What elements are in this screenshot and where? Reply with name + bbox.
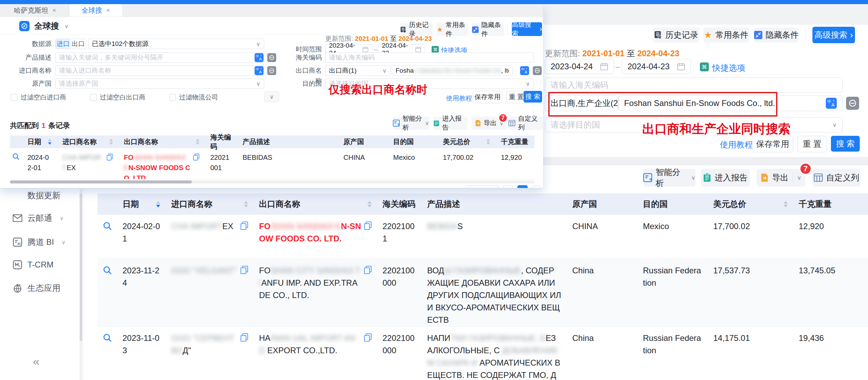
enter-report-button[interactable]: 进入报告 — [433, 117, 468, 130]
sort-icon[interactable] — [156, 201, 160, 207]
tutorial-link[interactable]: 使用教程 — [446, 94, 472, 103]
sort-icon[interactable] — [486, 139, 490, 145]
sort-icon[interactable] — [784, 201, 788, 207]
search-button[interactable]: 搜 索 — [831, 136, 860, 152]
checkbox[interactable] — [169, 94, 176, 101]
tab-kazakhstan[interactable]: 哈萨克斯坦 × — [1, 4, 69, 16]
copy-icon[interactable] — [241, 333, 248, 357]
custom-columns-button[interactable]: 自定义列 — [812, 169, 860, 187]
smart-analysis-button[interactable]: BI 智能分析 ∨ — [643, 169, 695, 187]
hs-code-input[interactable]: 请输入海关编码 — [545, 78, 843, 93]
close-icon[interactable]: × — [106, 7, 110, 14]
header-usd-total[interactable]: 美元总价 — [437, 137, 495, 146]
sidebar-item-cloud-mail[interactable]: 云邮通 ∨ — [0, 211, 79, 226]
translate-icon[interactable]: 中A — [255, 53, 263, 62]
copy-icon[interactable] — [241, 266, 248, 277]
sidebar-item-data-update[interactable]: 数据更新 — [0, 188, 79, 203]
source-select[interactable]: 已选中102个数据源 ∨ — [88, 39, 264, 49]
copy-icon[interactable] — [107, 154, 113, 173]
sort-icon[interactable] — [109, 139, 113, 145]
tab-global-search[interactable]: 全球搜 × — [69, 4, 122, 16]
pagination-next-clipped[interactable] — [532, 185, 540, 188]
smart-analysis-button[interactable]: BI 智能分析 ∨ — [393, 117, 429, 130]
exporter-name-input[interactable]: Foshan Sanshui En-Snow Foods Co., ltd. 中… — [618, 95, 843, 111]
translate-icon[interactable]: 中A — [255, 66, 263, 75]
checkbox[interactable] — [90, 94, 97, 101]
magnifier-icon[interactable] — [103, 222, 112, 259]
chevron-down-icon[interactable]: ∨ — [797, 174, 801, 181]
search-button[interactable]: 搜 索 — [524, 91, 542, 103]
magnifier-icon[interactable] — [103, 266, 112, 326]
fuzzy-match-toggle[interactable] — [267, 66, 276, 75]
frequent-conditions-button[interactable]: ★ 常用条件 — [437, 23, 468, 36]
magnifier-icon[interactable] — [12, 153, 20, 179]
filter-logistics[interactable]: 过滤物流公司 — [169, 93, 218, 102]
horizontal-scrollbar-thumb[interactable] — [10, 180, 192, 183]
product-cell: ВОДЫ ГАЗИРОВАННЫЕ, СОДЕРЖАЩИЕ ДОБАВКИ СА… — [422, 259, 567, 326]
checkbox[interactable] — [11, 94, 17, 101]
sidebar-item-tendata-bi[interactable]: BI 腾道 BI ∨ — [0, 235, 79, 250]
pagination-size-select-clipped[interactable] — [467, 185, 499, 188]
export-button[interactable]: 导出 ∨ — [756, 169, 805, 187]
header-usd-total[interactable]: 美元总价 — [708, 199, 793, 210]
exporter-type-select[interactable]: 出口商(1) ∨ — [325, 66, 390, 76]
custom-columns-button[interactable]: 自定义列 — [508, 117, 543, 130]
importer-input[interactable]: 请输入进口商名称 — [55, 66, 264, 76]
tutorial-link[interactable]: 使用教程 — [720, 139, 753, 150]
header-exporter[interactable]: 出口商名称 — [118, 137, 205, 146]
enter-report-button[interactable]: 进入报告 — [701, 169, 750, 187]
chevron-down-icon[interactable]: ∨ — [64, 23, 69, 29]
export-toggle[interactable]: 出口 — [71, 39, 86, 49]
header-date[interactable]: 日期 — [117, 199, 166, 210]
date-from-input[interactable]: 2023-04-24 — [545, 59, 614, 74]
advanced-search-button[interactable]: 高级搜索› — [512, 22, 542, 36]
header-importer[interactable]: 进口商名称 — [166, 199, 254, 210]
pagination-prev-clipped[interactable] — [503, 185, 513, 188]
copy-icon[interactable] — [364, 266, 372, 301]
translate-icon[interactable]: 中A — [826, 98, 837, 109]
sidebar-item-eco-apps[interactable]: 生态应用 — [0, 281, 79, 296]
origin-select[interactable]: 请选择原产国 ∨ — [55, 79, 264, 89]
filter-empty-importer[interactable]: 过滤空白进口商 — [11, 93, 66, 102]
fuzzy-match-toggle[interactable] — [533, 66, 542, 75]
horizontal-scrollbar[interactable] — [10, 180, 535, 183]
copy-icon[interactable] — [193, 154, 199, 179]
history-button[interactable]: 历史记录 — [653, 27, 699, 43]
product-input[interactable]: 请输入关键词，多关键词用分号隔开 — [55, 52, 264, 63]
sort-icon[interactable] — [367, 201, 372, 207]
sidebar-scrollbar-thumb[interactable] — [80, 193, 82, 341]
copy-icon[interactable] — [364, 222, 372, 245]
save-frequent-button[interactable]: 保存常用 — [752, 136, 793, 152]
pagination-page-1-clipped[interactable] — [517, 185, 528, 188]
sidebar-item-t-crm[interactable]: T-CRM — [0, 257, 79, 272]
reset-button[interactable]: 重 置 — [797, 136, 827, 152]
sort-icon[interactable] — [48, 139, 51, 145]
import-toggle[interactable]: 进口 — [56, 39, 71, 49]
sort-icon[interactable] — [244, 201, 248, 207]
translate-icon[interactable]: 中A — [520, 66, 529, 75]
quick-options-link[interactable]: 快捷选项 — [712, 62, 745, 73]
exporter-type-select[interactable]: 出口商,生产企业(2) ∨ — [545, 95, 618, 111]
date-to-input[interactable]: 2024-04-23 — [622, 59, 691, 74]
hs-code-input[interactable]: 请输入海关编码 — [325, 52, 534, 63]
exporter-name-input[interactable]: Foshan Sanshui En-Snow Foods Co, ltd. — [392, 66, 513, 76]
magnifier-icon[interactable] — [103, 333, 112, 380]
header-exporter[interactable]: 出口商名称 — [254, 199, 377, 210]
save-frequent-button[interactable]: 保存常用 — [473, 91, 502, 103]
sidebar-scrollbar[interactable] — [80, 189, 82, 380]
copy-icon[interactable] — [241, 222, 248, 233]
hide-conditions-button[interactable]: 隐藏条件 — [754, 27, 799, 43]
frequent-conditions-button[interactable]: ★ 常用条件 — [703, 27, 749, 43]
sidebar-collapse-button[interactable]: « — [33, 355, 39, 368]
fuzzy-match-toggle[interactable] — [267, 53, 276, 62]
header-importer[interactable]: 进口商名称 — [57, 137, 118, 146]
fuzzy-match-toggle[interactable] — [846, 97, 859, 110]
hide-conditions-button[interactable]: 隐藏条件 — [472, 23, 504, 36]
sort-icon[interactable] — [196, 139, 199, 145]
filter-empty-exporter[interactable]: 过滤空白出口商 — [90, 93, 145, 102]
advanced-search-button[interactable]: 高级搜索 › — [812, 27, 855, 43]
close-icon[interactable]: × — [52, 7, 56, 14]
copy-icon[interactable] — [364, 333, 372, 357]
header-date[interactable]: 日期 — [22, 137, 57, 146]
expand-more-button[interactable]: ∨ — [264, 91, 279, 102]
